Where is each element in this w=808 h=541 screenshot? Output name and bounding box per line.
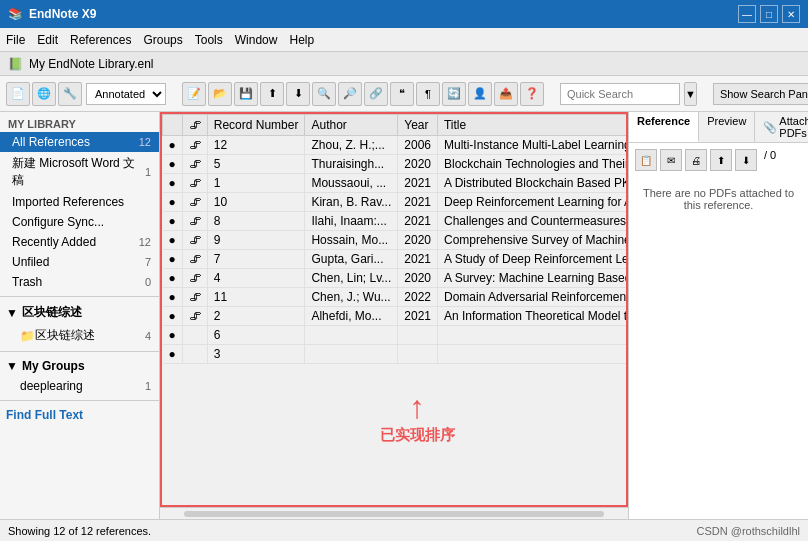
row-author xyxy=(305,345,398,364)
sidebar-blockchain-section: ▼ 区块链综述 📁 区块链综述 4 xyxy=(0,301,159,347)
toolbar-open[interactable]: 📂 xyxy=(208,82,232,106)
row-author: Hossain, Mo... xyxy=(305,231,398,250)
row-record: 11 xyxy=(207,288,305,307)
style-dropdown[interactable]: Annotated xyxy=(86,83,166,105)
minimize-button[interactable]: — xyxy=(738,5,756,23)
menu-help[interactable]: Help xyxy=(289,33,314,47)
menu-edit[interactable]: Edit xyxy=(37,33,58,47)
toolbar-find[interactable]: 🔎 xyxy=(338,82,362,106)
sidebar-item-trash-count: 0 xyxy=(145,276,151,288)
maximize-button[interactable]: □ xyxy=(760,5,778,23)
search-go-button[interactable]: ▼ xyxy=(684,82,697,106)
toolbar-up[interactable]: ⬆ xyxy=(260,82,284,106)
toolbar-export[interactable]: 📤 xyxy=(494,82,518,106)
table-row[interactable]: ● 🖇 5 Thuraisingh... 2020 Blockchain Tec… xyxy=(163,155,629,174)
row-attachment: 🖇 xyxy=(182,269,207,288)
col-header-dot[interactable] xyxy=(163,115,183,136)
toolbar-btn-1[interactable]: 📄 xyxy=(6,82,30,106)
pdf-tab-icon: 📎 xyxy=(763,121,777,134)
toolbar-quote[interactable]: ❝ xyxy=(390,82,414,106)
row-record: 7 xyxy=(207,250,305,269)
arrow-icon: ↑ xyxy=(380,389,455,426)
tab-attached-pdfs[interactable]: 📎 Attached PDFs xyxy=(755,112,808,142)
toolbar-help[interactable]: ❓ xyxy=(520,82,544,106)
col-header-year[interactable]: Year xyxy=(398,115,438,136)
sidebar-blockchain-group-header[interactable]: ▼ 区块链综述 xyxy=(0,301,159,324)
table-row[interactable]: ● 🖇 1 Moussaoui, ... 2021 A Distributed … xyxy=(163,174,629,193)
row-author: Kiran, B. Rav... xyxy=(305,193,398,212)
toolbar-link[interactable]: 🔗 xyxy=(364,82,388,106)
toolbar-down[interactable]: ⬇ xyxy=(286,82,310,106)
row-attachment: 🖇 xyxy=(182,136,207,155)
rp-btn-copy[interactable]: 📋 xyxy=(635,149,657,171)
sidebar-item-all-references-count: 12 xyxy=(139,136,151,148)
table-row[interactable]: ● 🖇 9 Hossain, Mo... 2020 Comprehensive … xyxy=(163,231,629,250)
table-row[interactable]: ● 🖇 4 Chen, Lin; Lv... 2020 A Survey: Ma… xyxy=(163,269,629,288)
menu-window[interactable]: Window xyxy=(235,33,278,47)
sidebar-item-configure-sync[interactable]: Configure Sync... xyxy=(0,212,159,232)
tab-reference[interactable]: Reference xyxy=(629,112,699,142)
sidebar-item-imported-refs[interactable]: Imported References xyxy=(0,192,159,212)
show-search-panel-button[interactable]: Show Search Panel xyxy=(713,83,808,105)
toolbar-btn-2[interactable]: 🌐 xyxy=(32,82,56,106)
sidebar-item-all-references[interactable]: All References 12 xyxy=(0,132,159,152)
toolbar-share[interactable]: 👤 xyxy=(468,82,492,106)
rp-btn-print[interactable]: 🖨 xyxy=(685,149,707,171)
row-record: 9 xyxy=(207,231,305,250)
rp-btn-email[interactable]: ✉ xyxy=(660,149,682,171)
sidebar-my-groups-header[interactable]: ▼ My Groups xyxy=(0,356,159,376)
sidebar-item-recently-added[interactable]: Recently Added 12 xyxy=(0,232,159,252)
table-row[interactable]: ● 🖇 8 Ilahi, Inaam:... 2021 Challenges a… xyxy=(163,212,629,231)
row-year xyxy=(398,345,438,364)
table-row[interactable]: ● 🖇 7 Gupta, Gari... 2021 A Study of Dee… xyxy=(163,250,629,269)
sidebar-item-new-word-label: 新建 Microsoft Word 文稿 xyxy=(12,155,145,189)
table-row[interactable]: ● 🖇 11 Chen, J.; Wu... 2022 Domain Adver… xyxy=(163,288,629,307)
sidebar-item-new-word[interactable]: 新建 Microsoft Word 文稿 1 xyxy=(0,152,159,192)
row-record: 12 xyxy=(207,136,305,155)
sidebar-deeplearing-item[interactable]: deeplearing 1 xyxy=(0,376,159,396)
rp-btn-up[interactable]: ⬆ xyxy=(710,149,732,171)
toolbar-new[interactable]: 📝 xyxy=(182,82,206,106)
row-attachment xyxy=(182,345,207,364)
rp-btn-down[interactable]: ⬇ xyxy=(735,149,757,171)
col-header-author[interactable]: Author xyxy=(305,115,398,136)
menu-references[interactable]: References xyxy=(70,33,131,47)
sidebar-blockchain-sub[interactable]: 📁 区块链综述 4 xyxy=(0,324,159,347)
row-year: 2021 xyxy=(398,174,438,193)
toolbar-sync[interactable]: 🔄 xyxy=(442,82,466,106)
row-year: 2020 xyxy=(398,269,438,288)
menu-tools[interactable]: Tools xyxy=(195,33,223,47)
table-row[interactable]: ● 🖇 12 Zhou, Z. H.;... 2006 Multi-Instan… xyxy=(163,136,629,155)
toolbar-format[interactable]: ¶ xyxy=(416,82,440,106)
close-button[interactable]: ✕ xyxy=(782,5,800,23)
toolbar-save[interactable]: 💾 xyxy=(234,82,258,106)
table-row[interactable]: ● 🖇 2 Alhefdi, Mo... 2021 An Information… xyxy=(163,307,629,326)
horizontal-scrollbar[interactable] xyxy=(160,507,628,519)
table-row[interactable]: ● 🖇 10 Kiran, B. Rav... 2021 Deep Reinfo… xyxy=(163,193,629,212)
toolbar-btn-3[interactable]: 🔧 xyxy=(58,82,82,106)
col-header-record[interactable]: Record Number xyxy=(207,115,305,136)
row-attachment: 🖇 xyxy=(182,288,207,307)
sidebar-find-full-text[interactable]: Find Full Text xyxy=(0,405,159,425)
row-attachment: 🖇 xyxy=(182,193,207,212)
sidebar-item-trash[interactable]: Trash 0 xyxy=(0,272,159,292)
row-year: 2021 xyxy=(398,193,438,212)
reference-table-container[interactable]: 🖇 Record Number Author Year Title Rating… xyxy=(160,112,628,507)
tab-preview[interactable]: Preview xyxy=(699,112,755,142)
sidebar-item-imported-refs-label: Imported References xyxy=(12,195,151,209)
menu-groups[interactable]: Groups xyxy=(143,33,182,47)
toolbar-search[interactable]: 🔍 xyxy=(312,82,336,106)
col-header-title[interactable]: Title xyxy=(437,115,628,136)
sidebar-item-unfiled[interactable]: Unfiled 7 xyxy=(0,252,159,272)
blockchain-sub-count: 4 xyxy=(145,330,151,342)
col-header-attachment[interactable]: 🖇 xyxy=(182,115,207,136)
row-attachment: 🖇 xyxy=(182,250,207,269)
row-author: Zhou, Z. H.;... xyxy=(305,136,398,155)
row-record: 10 xyxy=(207,193,305,212)
menu-file[interactable]: File xyxy=(6,33,25,47)
table-row[interactable]: ● 6 xyxy=(163,326,629,345)
table-row[interactable]: ● 3 xyxy=(163,345,629,364)
row-dot: ● xyxy=(163,212,183,231)
row-year: 2022 xyxy=(398,288,438,307)
quick-search-input[interactable] xyxy=(560,83,680,105)
